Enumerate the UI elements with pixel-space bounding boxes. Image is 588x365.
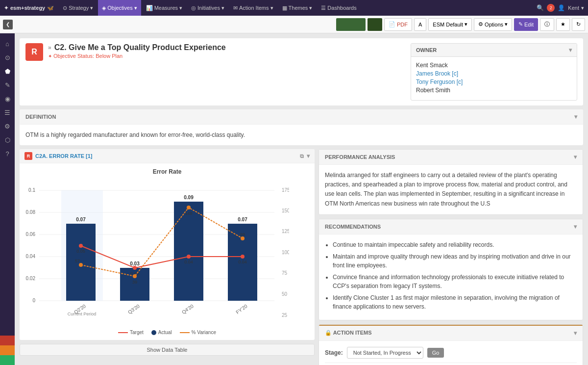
esm-default-button[interactable]: ESM Default ▾ [428, 18, 472, 31]
objective-icon: R [25, 43, 43, 61]
search-icon[interactable]: 🔍 [537, 4, 544, 11]
owner-chevron[interactable]: ▾ [569, 47, 572, 53]
action-items-chevron[interactable]: ▾ [574, 330, 577, 337]
breadcrumb-arrows: » [48, 44, 51, 51]
chart-body: Error Rate 0.1 0.08 0.06 0.04 0.02 0 [20, 163, 315, 340]
dark-status-block [368, 18, 382, 31]
action-items-card: 🔒 ACTION ITEMS ▾ Stage: Not Started, In … [318, 324, 583, 365]
action-items-icon: ✉ [233, 5, 238, 11]
svg-text:0.06: 0.06 [26, 232, 36, 237]
sidebar-home-icon[interactable]: ⌂ [1, 37, 14, 50]
esm-chevron: ▾ [465, 21, 467, 27]
performance-label: PERFORMANCE ANALYSIS [325, 154, 395, 160]
esm-default-label: ESM Default [433, 22, 463, 27]
dashboards-icon: ☰ [321, 5, 326, 11]
chart-chevron[interactable]: ▾ [307, 153, 310, 159]
svg-text:25: 25 [282, 313, 288, 318]
definition-chevron[interactable]: ▾ [574, 113, 577, 120]
action-items-body: Stage: Not Started, In Progress Go None [319, 341, 583, 365]
user-chevron: ▾ [581, 5, 584, 11]
sidebar-settings-icon[interactable]: ⚙ [1, 120, 14, 132]
svg-text:0.02: 0.02 [26, 276, 36, 281]
options-button[interactable]: ⚙ Options ▾ [474, 18, 512, 31]
nav-measures[interactable]: 📊 Measures ▾ [142, 0, 186, 16]
objective-title: » C2. Give Me a Top Quality Product Expe… [48, 43, 406, 52]
sidebar-circle-icon[interactable]: ◉ [1, 92, 14, 105]
stage-select[interactable]: Not Started, In Progress [347, 347, 423, 359]
owner-panel-header: OWNER ▾ [411, 44, 577, 57]
svg-text:39: 39 [132, 280, 137, 285]
sidebar-shield-icon[interactable]: ⬡ [1, 133, 14, 146]
edit-button[interactable]: ✎ Edit [514, 18, 538, 31]
recommendations-card: RECOMMENDATIONS ▾ Continue to maintain i… [318, 219, 583, 320]
go-button[interactable]: Go [427, 348, 444, 358]
rec-item-4: Identify Clone Cluster 1 as first major … [333, 293, 577, 311]
svg-text:0.04: 0.04 [238, 260, 247, 264]
strategy-icon: ⊙ [63, 5, 67, 11]
target-point-q4 [187, 255, 191, 259]
sidebar-help-icon[interactable]: ? [1, 147, 14, 160]
nav-action-items-label: Action Items ▾ [239, 5, 273, 11]
owner-james-link[interactable]: James Brook [c] [416, 70, 458, 77]
show-data-table-button[interactable]: Show Data Table [20, 344, 315, 356]
nav-objectives[interactable]: ◈ Objectives ▾ [98, 0, 141, 16]
performance-chevron[interactable]: ▾ [574, 154, 577, 160]
variance-point-fy [241, 236, 245, 240]
refresh-button[interactable]: ↻ [572, 18, 585, 31]
recommendations-chevron[interactable]: ▾ [574, 223, 577, 230]
info-button[interactable]: ⓘ [540, 18, 554, 31]
cross-icon: ✦ [48, 53, 52, 59]
sidebar-list-icon[interactable]: ☰ [1, 106, 14, 119]
show-data-label: Show Data Table [147, 347, 188, 353]
variance-point-q2 [79, 263, 83, 267]
performance-card: PERFORMANCE ANALYSIS ▾ Melinda arranged … [318, 149, 583, 215]
sidebar-edit-icon[interactable]: ✎ [1, 78, 14, 91]
nav-initiatives[interactable]: ◎ Initiatives ▾ [187, 0, 228, 16]
svg-text:0.05: 0.05 [76, 249, 85, 254]
options-chevron: ▾ [505, 21, 508, 27]
external-link-icon[interactable]: ⧉ [300, 153, 304, 159]
bar-q4 [174, 202, 203, 301]
edit-label: Edit [524, 22, 534, 27]
target-point-q2 [79, 244, 83, 248]
svg-text:50: 50 [282, 291, 288, 297]
nav-strategy-label: Strategy ▾ [69, 5, 93, 11]
target-point-fy [241, 255, 245, 259]
options-label: Options [485, 22, 503, 27]
owner-tony-link[interactable]: Tony Ferguson [c] [416, 78, 463, 85]
nav-dashboards-label: Dashboards [327, 5, 356, 11]
logo-butterfly: 🦋 [47, 5, 54, 11]
nav-dashboards[interactable]: ☰ Dashboards [317, 0, 360, 16]
logo[interactable]: ✦ esm+strategy 🦋 [4, 5, 54, 11]
chart-icon: R [24, 152, 32, 160]
user-menu[interactable]: Kent ▾ [568, 5, 584, 11]
star-button[interactable]: ★ [556, 18, 570, 31]
objective-status: ✦ Objective Status: Below Plan [48, 53, 406, 59]
svg-text:FY'20: FY'20 [235, 303, 248, 315]
nav-themes[interactable]: ▦ Themes ▾ [278, 0, 317, 16]
nav-objectives-label: Objectives ▾ [107, 5, 137, 11]
sidebar-toggle[interactable]: ❮ [3, 20, 13, 29]
variance-line [81, 208, 243, 276]
logo-star: ✦ [4, 5, 8, 11]
sidebar-objectives-icon[interactable]: ⬟ [1, 65, 14, 78]
font-size-button[interactable]: A [414, 18, 426, 31]
chart-legend: Target Actual % Variance [24, 330, 310, 335]
secondary-toolbar: ❮ 📄 PDF A ESM Default ▾ ⚙ Options ▾ ✎ Ed… [0, 16, 588, 33]
nav-action-items[interactable]: ✉ Action Items ▾ [229, 0, 277, 16]
definition-body: OTM is a highly regarded manufacturer an… [20, 125, 583, 145]
action-items-label: ACTION ITEMS [333, 330, 372, 336]
svg-text:148: 148 [185, 211, 192, 216]
chart-header: R C2A. ERROR RATE [1] ⧉ ▾ [20, 149, 315, 163]
svg-text:0.03: 0.03 [130, 261, 140, 266]
sidebar-target-icon[interactable]: ⊙ [1, 51, 14, 64]
svg-text:57: 57 [75, 259, 80, 263]
definition-label: DEFINITION [25, 114, 56, 120]
pdf-button[interactable]: 📄 PDF [384, 18, 412, 31]
target-point-q3 [133, 266, 137, 270]
nav-strategy[interactable]: ⊙ Strategy ▾ [59, 0, 97, 16]
definition-header[interactable]: DEFINITION ▾ [20, 109, 583, 125]
svg-text:100: 100 [282, 250, 289, 255]
notification-badge[interactable]: 2 [547, 4, 555, 12]
owner-robert: Robert Smith [416, 87, 572, 94]
